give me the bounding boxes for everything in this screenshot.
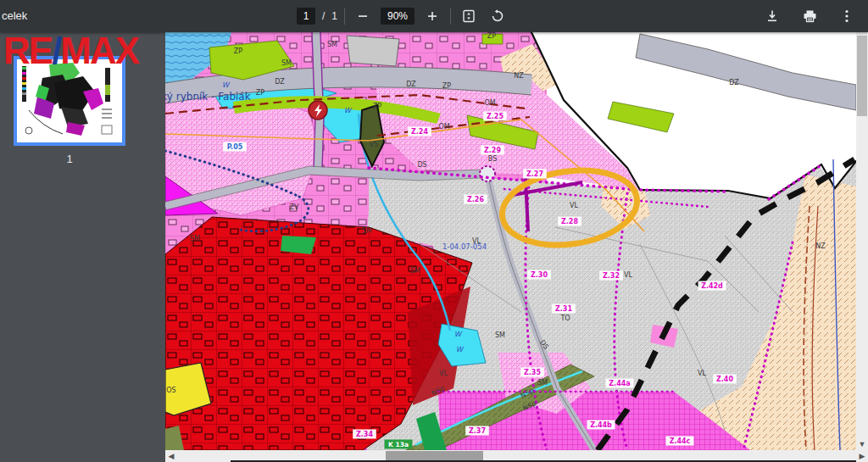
- scroll-right-arrow[interactable]: ▶: [856, 450, 868, 462]
- map-label: Z.37: [465, 426, 489, 436]
- map-label: SM: [190, 235, 200, 242]
- svg-text:BS: BS: [488, 155, 497, 163]
- map-label: ZP: [442, 82, 451, 90]
- scroll-down-arrow[interactable]: ▼: [856, 438, 868, 450]
- zoom-in-button[interactable]: [421, 5, 443, 27]
- map-label: Z.34: [353, 430, 376, 439]
- map-label: Z.28: [558, 217, 581, 226]
- svg-text:ZP: ZP: [487, 32, 496, 40]
- svg-text:DZ: DZ: [729, 79, 739, 86]
- zoom-out-button[interactable]: [352, 5, 374, 27]
- svg-text:Z.27: Z.27: [526, 170, 543, 178]
- map-label: VL: [698, 370, 706, 377]
- rotate-icon: [491, 9, 504, 23]
- svg-text:ZV: ZV: [290, 203, 299, 211]
- more-options-button[interactable]: [836, 5, 858, 27]
- thumbnail-sidebar: 1 RE/MAX: [0, 32, 165, 462]
- map-label: ZP: [487, 32, 496, 40]
- map-label: 1-04.07-054: [442, 242, 487, 251]
- fit-page-icon: [462, 9, 476, 23]
- map-label: SM: [410, 267, 420, 275]
- svg-text:Z.31: Z.31: [555, 305, 572, 313]
- print-button[interactable]: [798, 5, 821, 27]
- buildings-gray-top: [347, 36, 399, 66]
- map-label: VL: [439, 370, 448, 377]
- print-icon: [803, 9, 817, 23]
- thumbnail-map-preview: [17, 59, 122, 142]
- map-label: VL: [570, 202, 578, 209]
- svg-text:NZ: NZ: [815, 242, 826, 250]
- zoom-level-value[interactable]: 90%: [381, 8, 415, 25]
- map-label: P.05: [223, 142, 247, 152]
- svg-text:Z.29: Z.29: [484, 147, 501, 154]
- svg-text:DZ: DZ: [406, 81, 416, 88]
- map-label: SM: [327, 41, 337, 48]
- map-label: Z.27: [523, 170, 547, 179]
- page-total: 1: [331, 10, 337, 22]
- svg-text:Z.34: Z.34: [356, 431, 373, 438]
- svg-text:ZP: ZP: [234, 47, 242, 55]
- svg-text:ZP: ZP: [373, 103, 381, 110]
- map-label: TO: [559, 314, 570, 322]
- remax-logo-slash: /: [52, 30, 60, 71]
- vertical-scroll-thumb[interactable]: [857, 36, 867, 116]
- map-label: Z.42d: [698, 281, 726, 291]
- kebab-menu-icon: [845, 9, 849, 23]
- svg-text:TO: TO: [559, 314, 570, 322]
- pdf-viewer-window: celek / 1 90%: [0, 0, 868, 462]
- svg-text:K 13a: K 13a: [388, 441, 409, 448]
- svg-text:ký rybník - Fabiák: ký rybník - Fabiák: [165, 91, 251, 103]
- map-label: BS: [488, 155, 497, 163]
- remax-logo-max: MAX: [60, 30, 138, 71]
- map-label: DZ: [275, 78, 285, 86]
- map-label: ZV: [290, 203, 299, 211]
- map-label: VS: [370, 141, 379, 148]
- map-label: DZ: [729, 79, 739, 86]
- svg-text:SM: SM: [495, 331, 505, 339]
- svg-text:Z.44c: Z.44c: [670, 437, 691, 445]
- svg-text:ZP: ZP: [256, 89, 264, 97]
- map-label: NZ: [815, 242, 826, 250]
- svg-text:NZ: NZ: [514, 72, 524, 80]
- svg-text:SM: SM: [281, 59, 292, 67]
- svg-text:SM: SM: [537, 379, 548, 387]
- map-label: Z.25: [483, 112, 507, 121]
- download-button[interactable]: [761, 5, 783, 27]
- rotate-button[interactable]: [487, 5, 509, 27]
- toolbar-right-actions: [761, 0, 858, 32]
- map-label: OS: [166, 387, 175, 394]
- map-label: Z.24: [408, 127, 431, 136]
- map-label: SM: [281, 59, 292, 67]
- svg-text:OM: OM: [438, 123, 449, 131]
- vertical-scrollbar[interactable]: ▼: [856, 32, 868, 450]
- svg-text:OM: OM: [484, 99, 495, 107]
- map-label: OM: [438, 123, 449, 131]
- svg-text:Z.42d: Z.42d: [701, 282, 723, 290]
- svg-text:DS: DS: [417, 161, 426, 169]
- map-label: Z.44a: [606, 379, 634, 388]
- pdf-toolbar: celek / 1 90%: [0, 0, 868, 32]
- svg-text:Z.28: Z.28: [561, 218, 578, 225]
- map-label: SM: [495, 331, 505, 339]
- toolbar-center-controls: / 1 90%: [297, 0, 509, 32]
- pdf-page-map[interactable]: Z.24Z.25Z.29Z.27Z.26Z.28Z.30Z.32Z.31Z.42…: [165, 32, 856, 450]
- map-label: DS: [417, 161, 426, 169]
- map-label: Z.40: [713, 375, 737, 384]
- fit-to-page-button[interactable]: [458, 5, 480, 27]
- document-title: celek: [2, 9, 27, 22]
- svg-text:VS: VS: [370, 141, 379, 148]
- divider: [344, 8, 345, 25]
- svg-text:SM: SM: [327, 41, 337, 48]
- remax-logo: RE/MAX: [3, 32, 138, 70]
- svg-text:P.05: P.05: [227, 143, 243, 151]
- map-label: Z.44c: [666, 437, 694, 446]
- location-marker[interactable]: [309, 101, 327, 120]
- scroll-left-arrow[interactable]: ◀: [165, 450, 177, 462]
- svg-text:Z.32: Z.32: [603, 272, 620, 280]
- map-label: Z.32: [599, 271, 623, 281]
- zoning-map: Z.24Z.25Z.29Z.27Z.26Z.28Z.30Z.32Z.31Z.42…: [165, 32, 856, 450]
- page-number-input[interactable]: [297, 8, 315, 25]
- svg-text:Z.25: Z.25: [487, 113, 504, 120]
- svg-text:Z.37: Z.37: [469, 427, 486, 435]
- page-separator: /: [322, 10, 325, 22]
